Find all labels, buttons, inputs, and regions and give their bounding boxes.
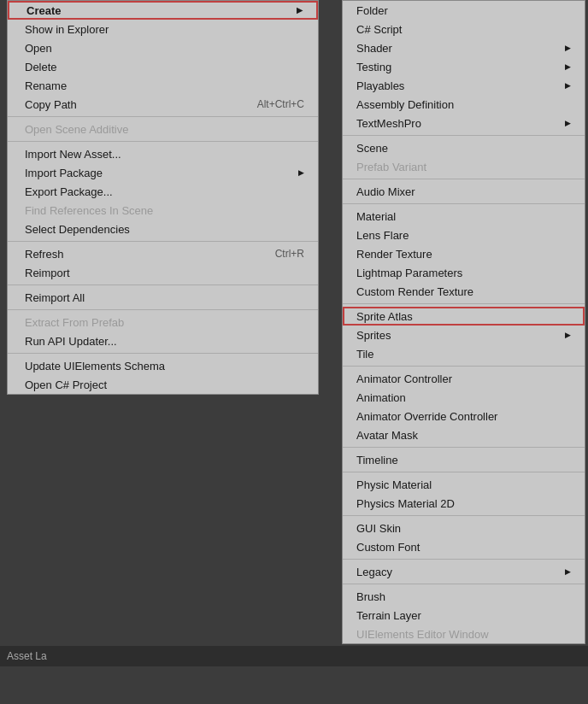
menu-item-gui-skin[interactable]: GUI Skin [343,519,585,537]
menu-item-refresh[interactable]: RefreshCtrl+R [8,244,318,263]
menu-item-label-reimport: Reimport [25,267,70,279]
menu-item-label-open: Open [25,42,52,55]
menu-item-label-find-references: Find References In Scene [25,204,153,217]
menu-item-label-import-package: Import Package [25,167,103,179]
menu-item-reimport-all[interactable]: Reimport All [8,288,318,307]
menu-item-label-shader: Shader [356,42,392,55]
asset-label-bar: Asset La [0,646,588,666]
menu-item-find-references: Find References In Scene [8,201,318,220]
menu-item-extract-from-prefab: Extract From Prefab [8,313,318,331]
menu-item-label-copy-path: Copy Path [25,98,77,111]
menu-item-label-extract-from-prefab: Extract From Prefab [25,316,124,329]
menu-item-uielements-editor-window: UIElements Editor Window [343,625,585,643]
arrow-right-icon: ▶ [565,567,571,576]
shortcut-copy-path: Alt+Ctrl+C [257,98,304,110]
separator [343,366,585,367]
right-context-menu: FolderC# ScriptShader▶Testing▶Playables▶… [342,0,585,644]
menu-item-label-assembly-definition: Assembly Definition [356,98,454,111]
menu-item-testing[interactable]: Testing▶ [343,57,585,76]
menu-item-custom-render-texture[interactable]: Custom Render Texture [343,282,585,301]
separator [343,584,585,584]
menu-item-label-delete: Delete [25,61,57,73]
menu-item-lens-flare[interactable]: Lens Flare [343,226,585,244]
arrow-right-icon: ▶ [565,62,571,71]
arrow-right-icon: ▶ [298,168,304,177]
menu-item-label-lens-flare: Lens Flare [356,229,409,242]
menu-item-label-csharp-script: C# Script [356,23,402,36]
menu-item-label-custom-render-texture: Custom Render Texture [356,285,473,298]
menu-item-animator-controller[interactable]: Animator Controller [343,369,585,388]
separator [8,309,318,310]
menu-item-label-playables: Playables [356,79,404,92]
menu-item-playables[interactable]: Playables▶ [343,76,585,95]
menu-item-label-physics-material-2d: Physics Material 2D [356,497,455,510]
menu-item-assembly-definition[interactable]: Assembly Definition [343,95,585,114]
separator [343,447,585,448]
menu-item-create[interactable]: Create▶ [8,1,318,20]
menu-item-update-uielements[interactable]: Update UIElements Schema [8,356,318,375]
asset-label-text: Asset La [7,650,47,662]
menu-item-animator-override-controller[interactable]: Animator Override Controller [343,407,585,425]
menu-item-label-animator-override-controller: Animator Override Controller [356,410,497,423]
menu-item-sprite-atlas[interactable]: Sprite Atlas [343,307,585,326]
menu-item-csharp-script[interactable]: C# Script [343,20,585,38]
menu-item-brush[interactable]: Brush [343,587,585,606]
menu-item-export-package[interactable]: Export Package... [8,182,318,201]
menu-item-label-physic-material: Physic Material [356,478,432,491]
menu-item-label-legacy: Legacy [356,566,392,578]
menu-item-audio-mixer[interactable]: Audio Mixer [343,182,585,201]
separator [8,285,318,285]
separator [343,472,585,472]
menu-item-label-lightmap-parameters: Lightmap Parameters [356,267,462,279]
menu-item-scene[interactable]: Scene [343,138,585,157]
menu-item-lightmap-parameters[interactable]: Lightmap Parameters [343,263,585,282]
separator [8,116,318,117]
menu-item-label-run-api-updater: Run API Updater... [25,335,117,348]
menu-item-shader[interactable]: Shader▶ [343,38,585,57]
menu-item-run-api-updater[interactable]: Run API Updater... [8,331,318,350]
menu-item-label-animation: Animation [356,391,406,404]
separator [343,303,585,304]
menu-item-reimport[interactable]: Reimport [8,263,318,282]
menu-item-label-audio-mixer: Audio Mixer [356,185,415,198]
separator [343,559,585,560]
menu-item-show-in-explorer[interactable]: Show in Explorer [8,20,318,38]
menu-item-prefab-variant: Prefab Variant [343,157,585,176]
menu-item-label-rename: Rename [25,79,67,92]
menu-item-tile[interactable]: Tile [343,344,585,363]
separator [343,515,585,516]
menu-item-animation[interactable]: Animation [343,388,585,407]
menu-item-label-gui-skin: GUI Skin [356,522,401,535]
menu-item-material[interactable]: Material [343,207,585,226]
menu-item-physic-material[interactable]: Physic Material [343,475,585,494]
menu-item-copy-path[interactable]: Copy PathAlt+Ctrl+C [8,95,318,114]
menu-item-select-dependencies[interactable]: Select Dependencies [8,220,318,238]
menu-item-label-refresh: Refresh [25,248,64,261]
menu-item-timeline[interactable]: Timeline [343,450,585,469]
separator [343,135,585,136]
menu-item-label-export-package: Export Package... [25,185,113,198]
menu-item-sprites[interactable]: Sprites▶ [343,326,585,344]
separator [8,241,318,242]
menu-item-label-prefab-variant: Prefab Variant [356,161,426,173]
menu-item-textmeshpro[interactable]: TextMeshPro▶ [343,114,585,132]
menu-item-label-testing: Testing [356,61,391,73]
menu-item-custom-font[interactable]: Custom Font [343,537,585,556]
menu-item-terrain-layer[interactable]: Terrain Layer [343,606,585,625]
menu-item-rename[interactable]: Rename [8,76,318,95]
menu-item-label-open-scene-additive: Open Scene Additive [25,123,128,136]
menu-item-open-csharp-project[interactable]: Open C# Project [8,375,318,394]
shortcut-refresh: Ctrl+R [275,248,304,260]
menu-item-avatar-mask[interactable]: Avatar Mask [343,425,585,444]
menu-item-import-new-asset[interactable]: Import New Asset... [8,144,318,163]
menu-item-legacy[interactable]: Legacy▶ [343,562,585,581]
menu-item-import-package[interactable]: Import Package▶ [8,163,318,182]
menu-item-folder[interactable]: Folder [343,1,585,20]
menu-item-open[interactable]: Open [8,38,318,57]
menu-item-render-texture[interactable]: Render Texture [343,244,585,263]
menu-item-physics-material-2d[interactable]: Physics Material 2D [343,494,585,513]
arrow-right-icon: ▶ [565,44,571,52]
arrow-right-icon: ▶ [297,6,303,15]
menu-item-delete[interactable]: Delete [8,57,318,76]
arrow-right-icon: ▶ [565,81,571,90]
